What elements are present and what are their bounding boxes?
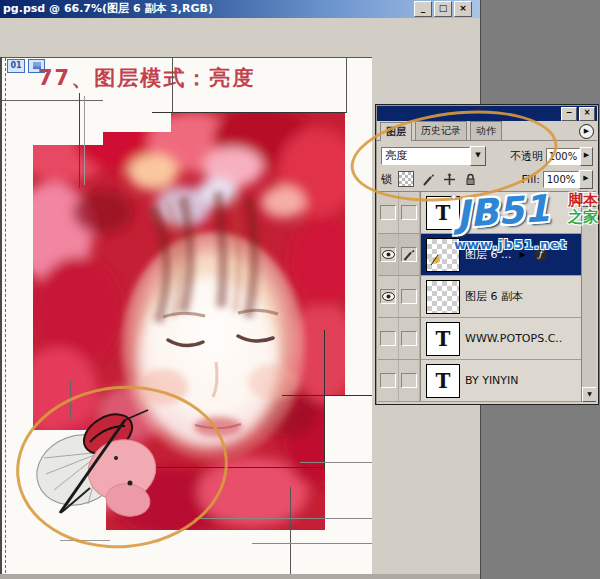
guide-line	[172, 58, 173, 113]
guide-line	[195, 518, 372, 519]
text-layer-thumbnail[interactable]: T	[426, 364, 460, 398]
visibility-well[interactable]	[378, 276, 399, 317]
palette-close-button[interactable]: ×	[579, 107, 595, 121]
guide-line	[300, 462, 372, 463]
effects-expand-arrow-icon[interactable]: ▶	[519, 250, 525, 259]
guide-line	[324, 330, 325, 470]
layer-row-copy[interactable]: 图层 6 副本	[378, 276, 582, 318]
eye-icon[interactable]	[380, 247, 396, 262]
guide-line	[282, 395, 372, 396]
slice-boundary-dashed	[5, 58, 7, 573]
link-well[interactable]	[399, 318, 420, 359]
window-controls: _ □ ×	[414, 1, 472, 17]
guide-line	[290, 487, 291, 574]
layer-name: BY YINYIN	[465, 374, 519, 387]
maximize-button[interactable]: □	[434, 1, 452, 17]
brush-icon	[401, 247, 417, 262]
guide-line	[252, 543, 372, 544]
layer-name: 图层 6 副本	[465, 289, 523, 304]
visibility-well[interactable]	[378, 234, 399, 275]
layer-row-selected[interactable]: 图层 6 ... ▶ ƒ	[378, 234, 582, 276]
text-layer-thumbnail[interactable]: T	[426, 322, 460, 356]
opacity-spinner-arrow-icon[interactable]: ▶	[580, 147, 593, 166]
layer-row-potops[interactable]: T WWW.POTOPS.C..	[378, 318, 582, 360]
layer-name: WWW.POTOPS.C..	[465, 332, 562, 345]
layer-effects-icon[interactable]: ƒ	[534, 248, 547, 261]
fill-spinner-arrow-icon[interactable]: ▶	[579, 170, 593, 189]
guide-line	[2, 100, 103, 101]
minimize-button[interactable]: _	[414, 1, 432, 17]
guide-line	[84, 96, 85, 185]
layer-thumbnail[interactable]	[426, 280, 460, 314]
guide-line	[152, 112, 346, 113]
mini-butterfly-thumbnail	[428, 251, 441, 270]
document-titlebar[interactable]: pg.psd @ 66.7%(图层 6 副本 3,RGB) _ □ ×	[0, 0, 480, 18]
document-title: pg.psd @ 66.7%(图层 6 副本 3,RGB)	[3, 0, 414, 18]
link-well[interactable]	[399, 360, 420, 401]
palette-menu-button[interactable]: ▶	[579, 124, 594, 139]
layer-thumbnail[interactable]	[426, 238, 460, 272]
window-left-edge	[0, 57, 2, 575]
window-bottom-edge	[0, 574, 480, 579]
layer-row-yinyin[interactable]: T BY YINYIN	[378, 360, 582, 402]
layers-list: T	[378, 191, 596, 402]
guide-line	[346, 58, 347, 113]
slice-number-badge: 01	[7, 59, 25, 73]
visibility-well[interactable]	[378, 360, 399, 401]
close-button[interactable]: ×	[454, 1, 472, 17]
layers-scrollbar[interactable]: ▲ ▼	[581, 192, 596, 402]
fill-value-field[interactable]: 100%	[543, 171, 579, 188]
visibility-well[interactable]	[378, 318, 399, 359]
link-well[interactable]	[399, 276, 420, 317]
photoshop-workspace: pg.psd @ 66.7%(图层 6 副本 3,RGB) _ □ × 01 7…	[0, 0, 600, 579]
canvas-heading-text: 77、图层模式：亮度	[38, 64, 255, 92]
layer-name: 图层 6 ...	[465, 247, 511, 262]
palette-minimize-button[interactable]: −	[561, 107, 577, 121]
scroll-down-icon[interactable]: ▼	[582, 387, 596, 402]
guide-line	[79, 93, 80, 188]
scroll-up-icon[interactable]: ▲	[582, 192, 596, 207]
eye-icon[interactable]	[380, 289, 396, 304]
active-paint-well[interactable]	[399, 234, 420, 275]
